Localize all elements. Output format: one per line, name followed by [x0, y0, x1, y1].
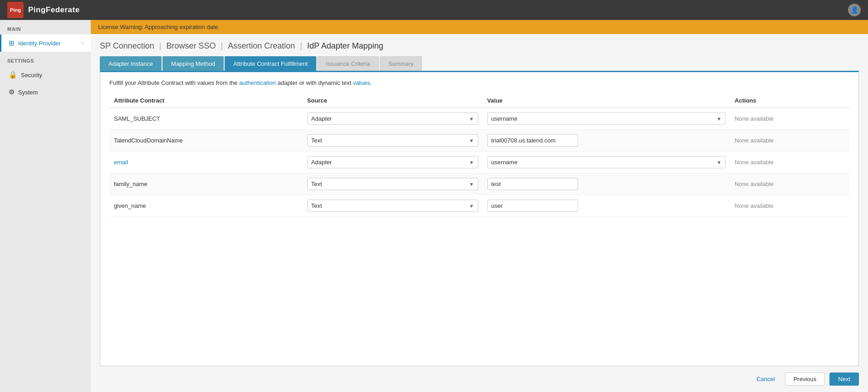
attribute-name: family_name — [114, 181, 147, 187]
chevron-down-icon: ▼ — [469, 160, 474, 165]
tab-attribute-contract[interactable]: Attribute Contract Fulfillment — [225, 56, 316, 71]
value-input[interactable] — [487, 178, 578, 190]
license-warning-banner: License Warning: Approaching expiration … — [91, 20, 868, 34]
chevron-down-icon: ▼ — [469, 203, 474, 209]
sidebar-item-label: System — [18, 89, 38, 96]
top-nav: Ping PingFederate 👤 — [0, 0, 868, 20]
previous-button[interactable]: Previous — [785, 372, 825, 386]
sidebar-item-system[interactable]: ⚙ System — [0, 83, 91, 101]
breadcrumb-idp-adapter-mapping: IdP Adapter Mapping — [307, 41, 383, 50]
actions-label: None available — [735, 115, 774, 122]
panel-body: Fulfill your Attribute Contract with val… — [100, 72, 858, 366]
attribute-name[interactable]: email — [114, 159, 128, 166]
identity-provider-icon: ⊞ — [9, 39, 15, 47]
system-icon: ⚙ — [9, 88, 15, 96]
actions-label: None available — [735, 181, 774, 187]
top-nav-right: 👤 — [848, 4, 861, 16]
col-header-value: Value — [483, 93, 731, 108]
source-select[interactable]: Text▼ — [307, 134, 478, 147]
source-select[interactable]: Adapter▼ — [307, 156, 478, 168]
table-row: family_nameText▼None available — [109, 173, 849, 195]
actions-label: None available — [735, 202, 774, 209]
logo-area: Ping PingFederate — [7, 2, 80, 18]
sidebar-main-label: MAIN — [0, 20, 91, 34]
sidebar-item-label: Security — [21, 72, 42, 78]
value-select[interactable]: username▼ — [487, 156, 726, 168]
chevron-down-icon: ▼ — [469, 138, 474, 143]
sidebar-arrow-icon: › — [82, 40, 83, 46]
table-row: SAML_SUBJECTAdapter▼username▼None availa… — [109, 108, 849, 130]
source-select[interactable]: Text▼ — [307, 200, 478, 212]
value-input[interactable] — [487, 134, 578, 147]
authentication-link[interactable]: authentication — [239, 79, 276, 86]
col-header-attribute-contract: Attribute Contract — [109, 93, 303, 108]
value-select[interactable]: username▼ — [487, 113, 726, 125]
tab-issuance-criteria[interactable]: Issuance Criteria — [317, 56, 379, 71]
table-row: given_nameText▼None available — [109, 195, 849, 217]
ping-logo-icon: Ping — [7, 2, 24, 18]
tab-mapping-method[interactable]: Mapping Method — [162, 56, 224, 71]
source-select[interactable]: Text▼ — [307, 178, 478, 190]
breadcrumb: SP Connection | Browser SSO | Assertion … — [91, 34, 868, 51]
breadcrumb-sp-connection: SP Connection — [100, 41, 154, 50]
security-icon: 🔒 — [9, 71, 17, 79]
attribute-name: SAML_SUBJECT — [114, 115, 160, 122]
table-row: emailAdapter▼username▼None available — [109, 152, 849, 173]
tab-panel: Fulfill your Attribute Contract with val… — [100, 71, 859, 366]
col-header-actions: Actions — [730, 93, 849, 108]
user-avatar-icon[interactable]: 👤 — [848, 4, 861, 16]
value-input[interactable] — [487, 200, 578, 212]
chevron-down-icon: ▼ — [716, 160, 721, 165]
footer-bar: Cancel Previous Next — [91, 366, 868, 392]
attribute-table: Attribute Contract Source Value Actions … — [109, 93, 849, 217]
tab-summary[interactable]: Summary — [380, 56, 422, 71]
text-values-link[interactable]: values — [353, 79, 370, 86]
sidebar-settings-label: SETTINGS — [0, 52, 91, 66]
col-header-source: Source — [303, 93, 483, 108]
sidebar: MAIN ⊞ Identity Provider › SETTINGS 🔒 Se… — [0, 20, 91, 392]
app-title: PingFederate — [28, 5, 80, 15]
attribute-name: TalendCloudDomainName — [114, 137, 183, 144]
sidebar-item-security[interactable]: 🔒 Security — [0, 66, 91, 83]
panel-description: Fulfill your Attribute Contract with val… — [109, 79, 849, 86]
sidebar-item-label: Identity Provider — [18, 40, 61, 47]
actions-label: None available — [735, 137, 774, 144]
breadcrumb-browser-sso: Browser SSO — [166, 41, 216, 50]
content-area: License Warning: Approaching expiration … — [91, 20, 868, 392]
next-button[interactable]: Next — [829, 372, 859, 386]
tab-adapter-instance[interactable]: Adapter Instance — [100, 56, 162, 71]
breadcrumb-assertion-creation: Assertion Creation — [228, 41, 295, 50]
chevron-down-icon: ▼ — [716, 116, 721, 122]
cancel-button[interactable]: Cancel — [751, 373, 780, 385]
attribute-name: given_name — [114, 202, 146, 209]
chevron-down-icon: ▼ — [469, 181, 474, 187]
actions-label: None available — [735, 159, 774, 166]
source-select[interactable]: Adapter▼ — [307, 113, 478, 125]
tabs-bar: Adapter Instance Mapping Method Attribut… — [91, 51, 868, 71]
table-row: TalendCloudDomainNameText▼None available — [109, 130, 849, 152]
sidebar-item-identity-provider[interactable]: ⊞ Identity Provider › — [0, 34, 91, 52]
main-layout: MAIN ⊞ Identity Provider › SETTINGS 🔒 Se… — [0, 20, 868, 392]
chevron-down-icon: ▼ — [469, 116, 474, 122]
